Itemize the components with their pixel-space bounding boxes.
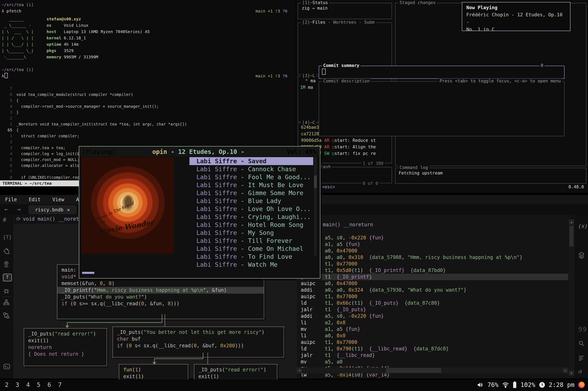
- playlist-item[interactable]: Labi Siffre - Crying, Laughi...: [189, 213, 313, 221]
- workspace-button[interactable]: 4: [26, 381, 30, 388]
- player-volume: Vol: 45%: [287, 148, 317, 155]
- workspace-button[interactable]: 2: [5, 381, 8, 388]
- horizontal-scrollbar[interactable]: ◄ ►: [297, 368, 568, 373]
- log-lines-icon[interactable]: [578, 355, 585, 361]
- playlist-item[interactable]: Labi Siffre - Hotel Room Song: [189, 221, 313, 229]
- menu-item[interactable]: View: [52, 197, 64, 202]
- history-icon[interactable]: ↺: [578, 368, 582, 375]
- bug-icon[interactable]: [3, 288, 10, 294]
- disasm-line[interactable]: jalrt1 {_IO_printf}: [297, 274, 568, 280]
- scroll-left-arrow[interactable]: ◄: [297, 368, 302, 373]
- avatar[interactable]: [578, 382, 585, 388]
- playlist-scrollbar[interactable]: [314, 157, 317, 256]
- player-header: [Playing] opin - 12 Etudes, Op.10 - Vol:…: [79, 147, 320, 156]
- graph-node-read-error[interactable]: _IO_puts("read error!")exit(1)noreturn{ …: [24, 328, 107, 366]
- disasm-line[interactable]: mva5, a0: [297, 359, 568, 365]
- playlist-item[interactable]: Labi Siffre - My Song: [189, 229, 313, 237]
- playlist-item[interactable]: Labi Siffre - Love Oh Love O...: [189, 205, 313, 213]
- playlist-item[interactable]: Labi Siffre - Fool Me a Good...: [189, 173, 313, 181]
- volume-level: 76%: [487, 381, 498, 388]
- disasm-line[interactable]: ldt1, 0x66c(t1) {_IO_puts} {data_87c80}: [297, 300, 568, 306]
- disasm-line[interactable]: auipca0, 0x47000: [297, 280, 568, 287]
- cross-references-icon[interactable]: [3, 312, 10, 319]
- tab-close-icon[interactable]: ✕: [67, 207, 70, 212]
- tab-riscy-bndb[interactable]: riscy.bndb ✕: [29, 205, 76, 214]
- music-player-window[interactable]: [Playing] opin - 12 Etudes, Op.10 - Vol:…: [79, 146, 320, 279]
- playlist-scrollbar-thumb[interactable]: [314, 176, 317, 188]
- playlist-item[interactable]: Labi Siffre - It Must Be Love: [189, 181, 313, 189]
- horizontal-scrollbar-thumb[interactable]: [386, 368, 441, 373]
- now-playing-notification[interactable]: Now Playing Frédéric Chopin - 12 Etudes,…: [462, 2, 571, 31]
- commit-summary-popup[interactable]: Commit summary 0: [319, 66, 565, 79]
- graph-node-riscy[interactable]: _IO_puts("You better not let this get mo…: [113, 326, 284, 358]
- playlist-item[interactable]: Labi Siffre - Watch Me: [189, 261, 313, 269]
- scroll-down-arrow[interactable]: ▼: [569, 370, 574, 376]
- graph-node-line: noreturn: [24, 344, 107, 351]
- prompt-cursor-line[interactable]: λ: [2, 73, 8, 79]
- disasm-line[interactable]: ldt1, 0x790(t1) {__libc_read} {data_87dc…: [297, 346, 568, 352]
- vertical-scrollbar[interactable]: ▲ ▼: [569, 219, 574, 376]
- workspace-button[interactable]: 7: [58, 381, 62, 388]
- workspace-button[interactable]: 3: [15, 381, 19, 388]
- git-commit-item[interactable]: 99086d5a AR ◯start: Reduce st: [301, 137, 389, 144]
- disasm-line[interactable]: jalrt1 {__libc_read}: [297, 352, 568, 359]
- disasm-line[interactable]: auipct1, 0x77000: [297, 261, 568, 267]
- pfetch-info-line: memory 9965M / 31399M: [47, 54, 150, 60]
- playlist-item[interactable]: Labi Siffre - Till Forever: [189, 237, 313, 245]
- playlist-item[interactable]: Labi Siffre - Gimme Some More: [189, 189, 313, 197]
- scroll-up-arrow[interactable]: ▲: [569, 219, 574, 225]
- workspace-button[interactable]: 6: [47, 381, 51, 388]
- git-status-segment: main +1 !3 ?6: [255, 8, 287, 14]
- playlist-item[interactable]: Labi Siffre - To Find Love: [189, 253, 313, 261]
- workspace-switcher: 234567: [5, 381, 62, 388]
- linear-disassembly-pane[interactable]: void main() __noreturn addia5, s0, -0x22…: [296, 215, 569, 379]
- disasm-line[interactable]: mva1, a5 {fun}: [297, 326, 568, 332]
- playback-progress-bar[interactable]: [82, 272, 94, 274]
- code-line: 2: [2, 139, 187, 145]
- nav-forward-icon[interactable]: →: [17, 206, 21, 213]
- disasm-line[interactable]: addia5, s0, -0x220 {fun}: [297, 313, 568, 319]
- text-view-icon-active[interactable]: T: [3, 274, 12, 282]
- disasm-line[interactable]: mva1, a5 {fun}: [297, 241, 568, 248]
- disasm-line[interactable]: auipct1, 0x77000: [297, 339, 568, 346]
- battery-icon[interactable]: [513, 382, 517, 388]
- search-icon[interactable]: [578, 340, 585, 347]
- commit-description-popup[interactable]: Commit description Press <tab> to toggle…: [319, 81, 565, 136]
- git-status-panel[interactable]: [1]─Status zig → main: [298, 3, 392, 19]
- lazygit-window[interactable]: [1]─Status zig → main [2]─Files - Worktr…: [296, 0, 588, 193]
- menu-item[interactable]: File: [5, 197, 17, 202]
- playlist-item[interactable]: Labi Siffre - Saved: [189, 157, 313, 165]
- tag-icon[interactable]: [3, 248, 10, 255]
- hierarchy-icon[interactable]: [3, 299, 10, 306]
- disasm-line[interactable]: auipca0, 0x47000: [297, 248, 568, 254]
- pfetch-info-line: kernel 6.12.18_1: [47, 35, 150, 41]
- location-pin-icon[interactable]: [3, 261, 10, 268]
- playlist-item[interactable]: Labi Siffre - Come On Michael: [189, 245, 313, 253]
- hashtag-icon[interactable]: #: [3, 216, 6, 223]
- disasm-line[interactable]: auipct1, 0x77000: [297, 293, 568, 300]
- playlist-item[interactable]: Labi Siffre - Blue Lady: [189, 197, 313, 205]
- volume-icon[interactable]: [477, 382, 484, 388]
- vertical-scrollbar-thumb[interactable]: [570, 226, 574, 246]
- current-function-signature[interactable]: void main() __noreturn: [23, 216, 88, 222]
- variables-icon[interactable]: (x): [578, 223, 588, 229]
- disasm-line[interactable]: addia5, s0, -0x220 {fun}: [297, 234, 568, 241]
- playlist-item[interactable]: Labi Siffre - Cannock Chase: [189, 165, 313, 173]
- disasm-line[interactable]: lia0, 0x0: [297, 332, 568, 339]
- wifi-icon[interactable]: [502, 382, 509, 388]
- disasm-line[interactable]: addia0, a0, 0x310 {data_57908, "Hmm, ris…: [297, 254, 568, 261]
- disasm-line[interactable]: addia0, a0, 0x324 {data_57930, "What do …: [297, 287, 568, 293]
- comments-icon[interactable]: 𝟿𝟿: [578, 325, 587, 333]
- types-icon[interactable]: {T}: [3, 234, 12, 240]
- menu-item[interactable]: Edit: [29, 197, 41, 202]
- workspace-button[interactable]: 5: [37, 381, 40, 388]
- stack-layers-icon[interactable]: [578, 252, 585, 259]
- terminal-tab-bar[interactable]: TERMINAL » ~/src/tea: [0, 180, 81, 186]
- nav-back-icon[interactable]: ←: [4, 206, 8, 213]
- disasm-line[interactable]: lia2, 0x8: [297, 319, 568, 326]
- disasm-line[interactable]: jalrt1 {_IO_puts}: [297, 306, 568, 313]
- disasm-line[interactable]: ldt1, 0x5d0(t1) {_IO_printf} {data_87bd0…: [297, 267, 568, 274]
- refresh-icon[interactable]: ⟳: [16, 216, 20, 222]
- scroll-right-arrow[interactable]: ►: [563, 368, 568, 373]
- terminal-panel-icon[interactable]: [3, 363, 11, 370]
